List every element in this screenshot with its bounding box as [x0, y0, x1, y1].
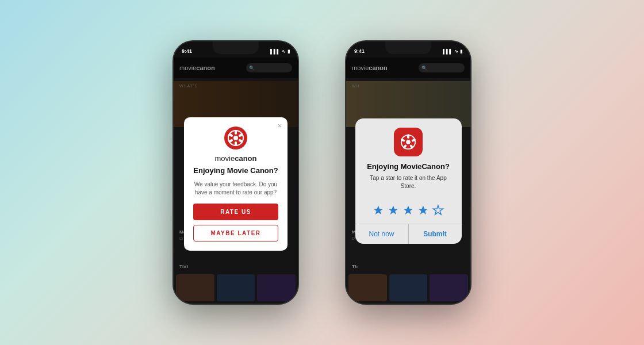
not-now-button[interactable]: Not now — [355, 224, 409, 244]
svg-point-11 — [406, 140, 411, 144]
status-icons-left: ▌▌▌ ∿ ▮ — [270, 49, 290, 54]
time-right: 9:41 — [354, 48, 365, 54]
ios-dialog-body: Enjoying MovieCanon? Tap a star to rate … — [355, 118, 462, 197]
star-2[interactable]: ★ — [388, 203, 399, 218]
star-4[interactable]: ★ — [417, 203, 429, 218]
signal-icon: ▌▌▌ — [270, 49, 280, 54]
star-3[interactable]: ★ — [402, 203, 414, 218]
ios-stars-row[interactable]: ★ ★ ★ ★ ★ — [355, 197, 462, 224]
battery-icon: ▮ — [288, 49, 290, 54]
wifi-icon-right: ∿ — [454, 49, 458, 54]
ios-rating-dialog: Enjoying MovieCanon? Tap a star to rate … — [355, 118, 462, 244]
time-left: 9:41 — [182, 48, 192, 54]
battery-icon-right: ▮ — [460, 49, 462, 54]
phone-right: 9:41 ▌▌▌ ∿ ▮ moviecanon 🔍 WH M Dra Th — [345, 40, 471, 305]
phone-notch-left — [213, 41, 259, 54]
modal-close-button[interactable]: × — [278, 122, 282, 130]
svg-rect-6 — [235, 141, 237, 146]
modal-description: We value your feedback. Do you have a mo… — [193, 181, 278, 197]
modal-brand-name: moviecanon — [193, 154, 278, 163]
svg-rect-12 — [407, 134, 409, 139]
ios-dialog-title: Enjoying MovieCanon? — [363, 162, 454, 172]
star-5[interactable]: ★ — [432, 203, 444, 218]
modal-overlay-left: × moviecanon Enjoying Movie Can — [174, 41, 298, 304]
status-icons-right: ▌▌▌ ∿ ▮ — [443, 49, 462, 54]
submit-button[interactable]: Submit — [409, 224, 462, 244]
svg-point-2 — [233, 136, 238, 140]
signal-icon-right: ▌▌▌ — [443, 49, 453, 54]
wifi-icon: ∿ — [282, 49, 286, 54]
phone-left: 9:41 ▌▌▌ ∿ ▮ moviecanon 🔍 WHAT'S McC Dra… — [172, 40, 299, 305]
phone-notch-right — [385, 41, 431, 54]
ios-app-icon — [394, 128, 423, 156]
modal-app-icon — [224, 126, 247, 150]
maybe-later-button[interactable]: MAYBE LATER — [193, 225, 278, 241]
ios-dialog-description: Tap a star to rate it on the App Store. — [363, 174, 454, 190]
star-1[interactable]: ★ — [373, 203, 384, 218]
custom-modal: × moviecanon Enjoying Movie Can — [184, 117, 288, 251]
svg-rect-3 — [235, 130, 237, 135]
modal-title: Enjoying Movie Canon? — [193, 166, 278, 176]
rate-us-button[interactable]: RATE US — [193, 204, 278, 220]
ios-dialog-overlay: Enjoying MovieCanon? Tap a star to rate … — [346, 41, 470, 304]
ios-dialog-actions: Not now Submit — [355, 224, 462, 244]
